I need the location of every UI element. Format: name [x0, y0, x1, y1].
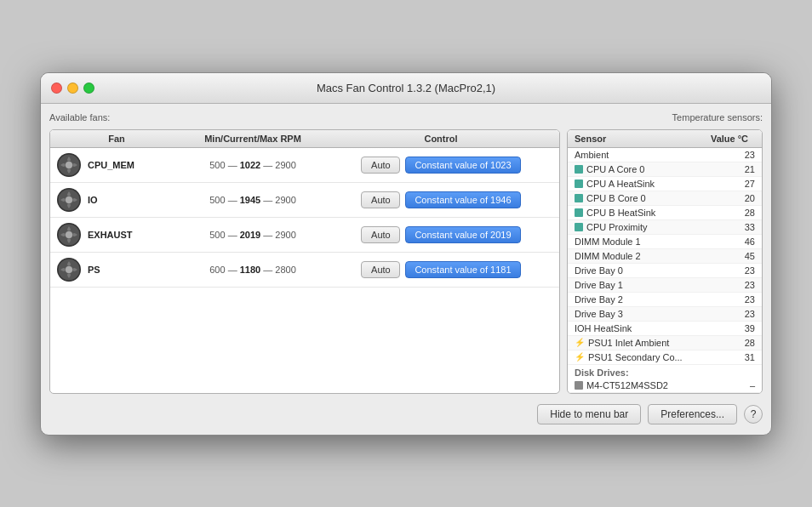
maximize-button[interactable]: [83, 83, 94, 94]
close-button[interactable]: [51, 83, 62, 94]
sensor-value: 33: [712, 222, 755, 232]
col-fan: Fan: [57, 134, 176, 144]
drive-icon: [575, 381, 583, 390]
svg-point-5: [67, 197, 71, 202]
sensor-row: CPU B HeatSink 28: [568, 206, 762, 220]
sensor-name: DIMM Module 1: [575, 236, 712, 247]
sensor-value: 23: [712, 294, 755, 305]
sensor-name: Drive Bay 0: [575, 265, 712, 276]
titlebar: Macs Fan Control 1.3.2 (MacPro2,1): [41, 73, 771, 104]
fan-icon: [57, 188, 81, 212]
rpm-cell: 500 — 1945 — 2900: [176, 195, 329, 205]
sensor-name: CPU B Core 0: [575, 193, 712, 203]
sensor-name: ⚡PSU1 Inlet Ambient: [575, 338, 712, 348]
sensors-section-label: Temperature sensors:: [567, 112, 763, 122]
sensor-row: Drive Bay 2 23: [568, 293, 762, 307]
sensor-value: 28: [712, 338, 755, 348]
svg-point-11: [67, 267, 71, 271]
chip-icon: [575, 179, 583, 188]
chip-icon: [575, 223, 583, 231]
rpm-cell: 500 — 1022 — 2900: [176, 160, 329, 170]
sensor-value: 31: [712, 352, 755, 362]
sensor-row: ⚡PSU1 Inlet Ambient 28: [568, 336, 762, 350]
auto-button[interactable]: Auto: [361, 191, 400, 208]
main-panels: Fan Min/Current/Max RPM Control: [49, 129, 763, 394]
sensor-name: DIMM Module 2: [575, 251, 712, 261]
sensor-row: ⚡PSU1 Secondary Co... 31: [568, 350, 762, 365]
rpm-cell: 500 — 2019 — 2900: [176, 230, 329, 240]
fan-cell: IO: [57, 188, 176, 212]
sensor-value: 45: [712, 251, 755, 261]
chip-icon: [575, 165, 583, 174]
fan-row: CPU_MEM 500 — 1022 — 2900 Auto Constant …: [50, 148, 559, 183]
help-button[interactable]: ?: [744, 405, 763, 424]
panels-header: Available fans: Temperature sensors:: [49, 112, 763, 122]
fan-row: PS 600 — 1180 — 2800 Auto Constant value…: [50, 253, 559, 288]
traffic-lights: [51, 83, 94, 94]
sensor-name: CPU A Core 0: [575, 164, 712, 174]
auto-button[interactable]: Auto: [361, 157, 400, 174]
svg-point-4: [66, 197, 72, 203]
fan-icon: [57, 223, 81, 247]
sensors-panel: Sensor Value °C Ambient 23 CPU A Core 0 …: [567, 129, 763, 394]
sensor-value: 23: [712, 309, 755, 319]
hide-to-menubar-button[interactable]: Hide to menu bar: [537, 404, 641, 424]
control-cell: Auto Constant value of 1181: [329, 261, 552, 278]
sensor-value: 27: [712, 179, 755, 189]
constant-button[interactable]: Constant value of 2019: [405, 226, 520, 243]
sensors-table-body: Ambient 23 CPU A Core 0 21 CPU A HeatSin…: [568, 148, 762, 393]
window-title: Macs Fan Control 1.3.2 (MacPro2,1): [317, 82, 495, 94]
auto-button[interactable]: Auto: [361, 226, 400, 243]
svg-point-2: [67, 162, 71, 167]
sensor-row: Ambient 23: [568, 148, 762, 162]
sensor-row: CPU A Core 0 21: [568, 162, 762, 177]
sensor-name: CPU B HeatSink: [575, 208, 712, 218]
control-cell: Auto Constant value of 2019: [329, 226, 552, 243]
sensor-name: IOH HeatSink: [575, 323, 712, 333]
col-control: Control: [329, 134, 552, 144]
svg-point-7: [66, 231, 72, 238]
sensor-name: Drive Bay 2: [575, 294, 712, 305]
sensor-row: IOH HeatSink 39: [568, 322, 762, 336]
fan-cell: EXHAUST: [57, 223, 176, 247]
disk-name: M4-CT512M4SSD2: [575, 380, 712, 390]
sensor-row: Drive Bay 0 23: [568, 264, 762, 278]
fan-row: IO 500 — 1945 — 2900 Auto Constant value…: [50, 183, 559, 218]
bottom-bar: Hide to menu bar Preferences... ?: [49, 401, 763, 426]
svg-point-1: [66, 162, 72, 168]
minimize-button[interactable]: [67, 83, 78, 94]
fans-table-body: CPU_MEM 500 — 1022 — 2900 Auto Constant …: [50, 148, 559, 288]
col-sensor: Sensor: [575, 134, 704, 144]
rpm-cell: 600 — 1180 — 2800: [176, 265, 329, 275]
sensor-name: ⚡PSU1 Secondary Co...: [575, 352, 712, 362]
fans-table-header: Fan Min/Current/Max RPM Control: [50, 130, 559, 148]
constant-button[interactable]: Constant value of 1181: [405, 261, 520, 278]
sensor-value: 20: [712, 193, 755, 203]
control-cell: Auto Constant value of 1946: [329, 191, 552, 208]
fan-name: PS: [88, 265, 100, 275]
disk-value: –: [712, 380, 755, 390]
sensor-value: 28: [712, 208, 755, 218]
main-window: Macs Fan Control 1.3.2 (MacPro2,1) Avail…: [40, 72, 772, 436]
constant-button[interactable]: Constant value of 1946: [405, 191, 520, 208]
sensor-value: 23: [712, 265, 755, 276]
sensor-name: Drive Bay 3: [575, 309, 712, 319]
sensor-name: CPU Proximity: [575, 222, 712, 232]
sensor-name: Ambient: [575, 150, 712, 160]
sensor-row: CPU Proximity 33: [568, 220, 762, 235]
svg-point-8: [67, 232, 71, 236]
preferences-button[interactable]: Preferences...: [648, 404, 737, 424]
chip-icon: [575, 194, 583, 202]
disk-drives-label: Disk Drives:: [568, 365, 762, 379]
sensor-value: 39: [712, 323, 755, 333]
sensor-row: DIMM Module 1 46: [568, 235, 762, 249]
sensor-row: CPU B Core 0 20: [568, 191, 762, 206]
constant-button[interactable]: Constant value of 1023: [405, 157, 520, 174]
col-rpm: Min/Current/Max RPM: [176, 134, 329, 144]
chip-icon: [575, 208, 583, 217]
sensor-value: 23: [712, 280, 755, 290]
disk-row: M4-CT512M4SSD2 –: [568, 379, 762, 393]
sensor-value: 23: [712, 150, 755, 160]
auto-button[interactable]: Auto: [361, 261, 400, 278]
sensor-row: Drive Bay 1 23: [568, 278, 762, 293]
